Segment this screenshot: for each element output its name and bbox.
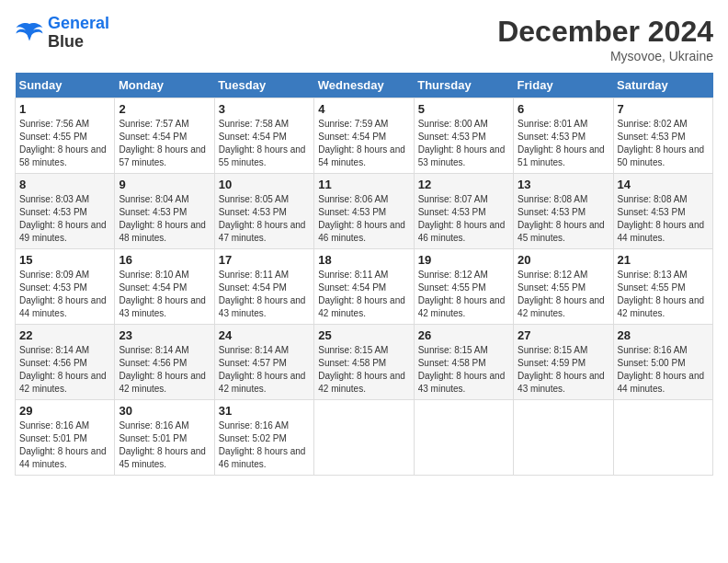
calendar-day-cell: 16 Sunrise: 8:10 AM Sunset: 4:54 PM Dayl… [115, 249, 214, 325]
day-number: 26 [418, 328, 509, 342]
day-info: Sunrise: 8:07 AM Sunset: 4:53 PM Dayligh… [418, 193, 509, 245]
day-info: Sunrise: 8:10 AM Sunset: 4:54 PM Dayligh… [119, 269, 210, 320]
empty-cell [514, 400, 613, 476]
calendar-week-row: 8 Sunrise: 8:03 AM Sunset: 4:53 PM Dayli… [16, 174, 713, 249]
day-number: 23 [119, 328, 210, 342]
day-info: Sunrise: 8:00 AM Sunset: 4:53 PM Dayligh… [418, 118, 509, 169]
empty-cell [414, 400, 513, 476]
day-number: 24 [219, 328, 310, 342]
day-number: 28 [618, 328, 709, 342]
day-info: Sunrise: 8:03 AM Sunset: 4:53 PM Dayligh… [19, 193, 110, 245]
day-info: Sunrise: 8:08 AM Sunset: 4:53 PM Dayligh… [618, 193, 709, 245]
calendar-day-cell: 11 Sunrise: 8:06 AM Sunset: 4:53 PM Dayl… [314, 174, 414, 249]
day-number: 27 [518, 328, 609, 342]
day-info: Sunrise: 8:15 AM Sunset: 4:59 PM Dayligh… [518, 344, 609, 396]
day-info: Sunrise: 8:15 AM Sunset: 4:58 PM Dayligh… [318, 344, 409, 396]
calendar-day-cell: 17 Sunrise: 8:11 AM Sunset: 4:54 PM Dayl… [214, 249, 313, 325]
calendar-day-cell: 28 Sunrise: 8:16 AM Sunset: 5:00 PM Dayl… [613, 325, 712, 400]
day-info: Sunrise: 8:16 AM Sunset: 5:01 PM Dayligh… [19, 419, 110, 471]
calendar-day-cell: 10 Sunrise: 8:05 AM Sunset: 4:53 PM Dayl… [214, 174, 313, 249]
calendar-day-cell: 22 Sunrise: 8:14 AM Sunset: 4:56 PM Dayl… [16, 325, 115, 400]
day-number: 14 [618, 178, 709, 191]
calendar-day-cell: 7 Sunrise: 8:02 AM Sunset: 4:53 PM Dayli… [613, 98, 712, 174]
logo: GeneralBlue [15, 15, 109, 52]
col-header-monday: Monday [115, 73, 214, 98]
calendar-day-cell: 5 Sunrise: 8:00 AM Sunset: 4:53 PM Dayli… [414, 98, 513, 174]
calendar-table: SundayMondayTuesdayWednesdayThursdayFrid… [15, 73, 713, 476]
day-info: Sunrise: 8:01 AM Sunset: 4:53 PM Dayligh… [518, 118, 609, 169]
day-info: Sunrise: 8:14 AM Sunset: 4:57 PM Dayligh… [219, 344, 310, 396]
day-number: 21 [618, 253, 709, 267]
day-number: 6 [518, 102, 609, 116]
title-section: December 2024 Mysovoe, Ukraine [497, 15, 713, 63]
day-number: 22 [19, 328, 110, 342]
empty-cell [613, 400, 712, 476]
calendar-day-cell: 6 Sunrise: 8:01 AM Sunset: 4:53 PM Dayli… [514, 98, 613, 174]
calendar-day-cell: 3 Sunrise: 7:58 AM Sunset: 4:54 PM Dayli… [214, 98, 313, 174]
day-number: 2 [119, 102, 210, 116]
day-number: 12 [418, 178, 509, 191]
day-number: 16 [119, 253, 210, 267]
day-info: Sunrise: 8:14 AM Sunset: 4:56 PM Dayligh… [119, 344, 210, 396]
day-info: Sunrise: 8:11 AM Sunset: 4:54 PM Dayligh… [219, 269, 310, 320]
day-info: Sunrise: 8:15 AM Sunset: 4:58 PM Dayligh… [418, 344, 509, 396]
day-info: Sunrise: 8:05 AM Sunset: 4:53 PM Dayligh… [219, 193, 310, 245]
col-header-sunday: Sunday [16, 73, 115, 98]
calendar-day-cell: 14 Sunrise: 8:08 AM Sunset: 4:53 PM Dayl… [613, 174, 712, 249]
calendar-week-row: 29 Sunrise: 8:16 AM Sunset: 5:01 PM Dayl… [16, 400, 713, 476]
month-title: December 2024 [497, 15, 713, 49]
day-number: 17 [219, 253, 310, 267]
day-info: Sunrise: 8:08 AM Sunset: 4:53 PM Dayligh… [518, 193, 609, 245]
day-number: 15 [19, 253, 110, 267]
calendar-day-cell: 26 Sunrise: 8:15 AM Sunset: 4:58 PM Dayl… [414, 325, 513, 400]
day-number: 9 [119, 178, 210, 191]
day-info: Sunrise: 7:58 AM Sunset: 4:54 PM Dayligh… [219, 118, 310, 169]
day-info: Sunrise: 8:16 AM Sunset: 5:02 PM Dayligh… [219, 419, 310, 471]
day-info: Sunrise: 8:12 AM Sunset: 4:55 PM Dayligh… [518, 269, 609, 320]
day-info: Sunrise: 8:13 AM Sunset: 4:55 PM Dayligh… [618, 269, 709, 320]
calendar-day-cell: 31 Sunrise: 8:16 AM Sunset: 5:02 PM Dayl… [214, 400, 313, 476]
calendar-day-cell: 27 Sunrise: 8:15 AM Sunset: 4:59 PM Dayl… [514, 325, 613, 400]
calendar-day-cell: 21 Sunrise: 8:13 AM Sunset: 4:55 PM Dayl… [613, 249, 712, 325]
day-number: 19 [418, 253, 509, 267]
day-info: Sunrise: 7:56 AM Sunset: 4:55 PM Dayligh… [19, 118, 110, 169]
day-info: Sunrise: 7:59 AM Sunset: 4:54 PM Dayligh… [318, 118, 409, 169]
day-number: 3 [219, 102, 310, 116]
calendar-day-cell: 8 Sunrise: 8:03 AM Sunset: 4:53 PM Dayli… [16, 174, 115, 249]
day-number: 18 [318, 253, 409, 267]
day-number: 30 [119, 404, 210, 418]
day-info: Sunrise: 8:09 AM Sunset: 4:53 PM Dayligh… [19, 269, 110, 320]
day-number: 4 [318, 102, 409, 116]
day-info: Sunrise: 8:16 AM Sunset: 5:01 PM Dayligh… [119, 419, 210, 471]
day-number: 8 [19, 178, 110, 191]
calendar-week-row: 15 Sunrise: 8:09 AM Sunset: 4:53 PM Dayl… [16, 249, 713, 325]
day-info: Sunrise: 8:11 AM Sunset: 4:54 PM Dayligh… [318, 269, 409, 320]
day-info: Sunrise: 8:14 AM Sunset: 4:56 PM Dayligh… [19, 344, 110, 396]
calendar-day-cell: 23 Sunrise: 8:14 AM Sunset: 4:56 PM Dayl… [115, 325, 214, 400]
empty-cell [314, 400, 414, 476]
calendar-day-cell: 9 Sunrise: 8:04 AM Sunset: 4:53 PM Dayli… [115, 174, 214, 249]
day-number: 29 [19, 404, 110, 418]
day-number: 1 [19, 102, 110, 116]
calendar-day-cell: 2 Sunrise: 7:57 AM Sunset: 4:54 PM Dayli… [115, 98, 214, 174]
day-number: 31 [219, 404, 310, 418]
logo-text: GeneralBlue [48, 15, 109, 52]
day-number: 20 [518, 253, 609, 267]
day-info: Sunrise: 8:16 AM Sunset: 5:00 PM Dayligh… [618, 344, 709, 396]
day-number: 25 [318, 328, 409, 342]
day-info: Sunrise: 8:04 AM Sunset: 4:53 PM Dayligh… [119, 193, 210, 245]
day-info: Sunrise: 8:06 AM Sunset: 4:53 PM Dayligh… [318, 193, 409, 245]
calendar-day-cell: 4 Sunrise: 7:59 AM Sunset: 4:54 PM Dayli… [314, 98, 414, 174]
page-header: GeneralBlue December 2024 Mysovoe, Ukrai… [15, 15, 713, 63]
day-number: 10 [219, 178, 310, 191]
col-header-friday: Friday [514, 73, 613, 98]
calendar-day-cell: 13 Sunrise: 8:08 AM Sunset: 4:53 PM Dayl… [514, 174, 613, 249]
day-number: 5 [418, 102, 509, 116]
location: Mysovoe, Ukraine [497, 49, 713, 63]
calendar-day-cell: 1 Sunrise: 7:56 AM Sunset: 4:55 PM Dayli… [16, 98, 115, 174]
col-header-tuesday: Tuesday [214, 73, 313, 98]
day-info: Sunrise: 8:02 AM Sunset: 4:53 PM Dayligh… [618, 118, 709, 169]
col-header-saturday: Saturday [613, 73, 712, 98]
calendar-day-cell: 19 Sunrise: 8:12 AM Sunset: 4:55 PM Dayl… [414, 249, 513, 325]
calendar-day-cell: 12 Sunrise: 8:07 AM Sunset: 4:53 PM Dayl… [414, 174, 513, 249]
